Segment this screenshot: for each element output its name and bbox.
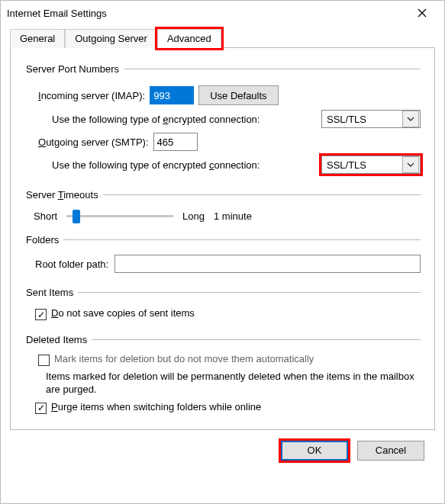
root-folder-input[interactable] [114, 255, 421, 273]
section-timeouts: Server Timeouts Short Long 1 minute [24, 189, 421, 226]
purge-checkbox[interactable]: ✓ [35, 403, 47, 414]
close-button[interactable] [406, 2, 438, 24]
timeouts-legend: Server Timeouts [24, 189, 103, 201]
timeout-short-label: Short [34, 210, 57, 222]
outgoing-encryption-select[interactable]: SSL/TLS [321, 156, 421, 174]
server-ports-legend: Server Port Numbers [24, 63, 124, 75]
do-not-save-checkbox[interactable]: ✓ [35, 309, 47, 320]
deletion-note: Items marked for deletion will be perman… [46, 371, 421, 396]
slider-thumb[interactable] [73, 210, 80, 223]
mark-for-deletion-checkbox[interactable] [38, 355, 50, 366]
cancel-button[interactable]: Cancel [357, 441, 424, 461]
dialog-buttons: OK Cancel [1, 430, 444, 473]
deleted-legend: Deleted Items [24, 334, 92, 345]
section-server-ports: Server Port Numbers Incoming server (IMA… [24, 63, 421, 181]
chevron-down-icon[interactable] [402, 156, 419, 173]
section-deleted-items: Deleted Items Mark items for deletion bu… [24, 334, 421, 420]
incoming-port-input[interactable] [150, 86, 194, 104]
timeout-long-label: Long [182, 210, 205, 222]
slider-track [66, 215, 173, 217]
do-not-save-label: Do not save copies of sent items [51, 307, 195, 319]
tab-outgoing[interactable]: Outgoing Server [65, 29, 157, 48]
tab-bar: General Outgoing Server Advanced [10, 28, 435, 48]
tab-advanced[interactable]: Advanced [157, 29, 221, 48]
outgoing-label: Outgoing server (SMTP): [38, 136, 149, 148]
section-sent-items: Sent Items ✓ Do not save copies of sent … [24, 287, 421, 326]
outgoing-port-input[interactable] [153, 133, 198, 151]
outgoing-encryption-label: Use the following type of encrypted conn… [52, 159, 260, 171]
window-title: Internet Email Settings [7, 8, 107, 19]
outgoing-encryption-value: SSL/TLS [322, 159, 401, 171]
ok-highlight: OK [281, 441, 348, 461]
incoming-label: Incoming server (IMAP): [38, 90, 145, 101]
incoming-encryption-value: SSL/TLS [322, 114, 401, 125]
ok-button[interactable]: OK [281, 441, 348, 461]
tab-general[interactable]: General [10, 29, 65, 48]
mark-for-deletion-label: Mark items for deletion but do not move … [54, 353, 314, 365]
incoming-encryption-select[interactable]: SSL/TLS [321, 110, 421, 128]
section-folders: Folders Root folder path: [24, 234, 421, 279]
incoming-encryption-label: Use the following type of encrypted conn… [52, 114, 260, 125]
use-defaults-button[interactable]: Use Defaults [198, 85, 278, 105]
purge-label: Purge items when switching folders while… [51, 401, 261, 413]
chevron-down-icon[interactable] [402, 111, 419, 127]
timeout-slider[interactable] [66, 208, 173, 223]
close-icon [418, 8, 427, 18]
sent-legend: Sent Items [24, 287, 78, 298]
tab-content: Server Port Numbers Incoming server (IMA… [10, 48, 435, 430]
folders-legend: Folders [24, 234, 63, 246]
root-folder-label: Root folder path: [35, 258, 108, 270]
timeout-value: 1 minute [214, 210, 252, 222]
